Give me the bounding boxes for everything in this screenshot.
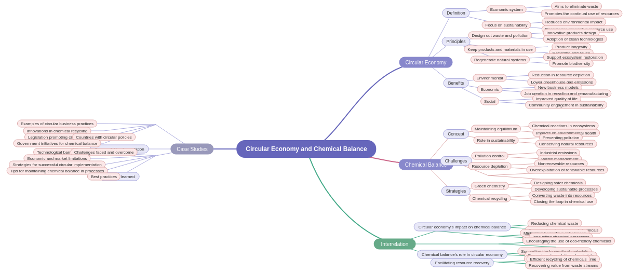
reduces-environmental-impact: Reduces environmental impact <box>542 18 606 26</box>
promotes-continual-use: Promotes the continual use of resources <box>541 10 622 18</box>
svg-line-67 <box>104 156 156 165</box>
promote-biodiversity: Promote biodiversity <box>549 60 594 67</box>
role-sustainability-label: Role in sustainability <box>474 137 519 144</box>
svg-line-65 <box>104 156 156 158</box>
interrelation-node[interactable]: Interrelation <box>374 239 416 250</box>
benefits-label: Benefits <box>444 78 469 88</box>
reduction-resource: Reduction in resource depletion <box>528 71 594 79</box>
chemical-reactions: Chemical reactions in ecosystems <box>529 122 599 130</box>
svg-line-54 <box>104 125 156 131</box>
svg-line-76 <box>436 231 499 236</box>
circular-economy-node[interactable]: Circular Economy <box>399 57 453 68</box>
regenerate-natural-label: Regenerate natural systems <box>471 56 530 64</box>
adoption-clean-tech: Adoption of clean technologies <box>543 35 607 43</box>
strategies-label: Strategies <box>441 186 471 196</box>
community-engagement: Community engagement in sustainability <box>525 101 607 109</box>
maintaining-equilibrium-label: Maintaining equilibrium <box>471 125 521 133</box>
focus-sustainability-label: Focus on sustainability <box>482 21 531 29</box>
encouraging-ecofriendly: Encouraging the use of eco-friendly chem… <box>522 237 615 245</box>
environmental-label: Environmental <box>473 74 506 82</box>
case-studies-node[interactable]: Case Studies <box>170 144 213 155</box>
pollution-control-label: Pollution control <box>472 152 508 160</box>
svg-line-52 <box>104 124 156 125</box>
keep-products-label: Keep products and materials in use <box>464 46 536 53</box>
facilitating-resource-recovery: Facilitating resource recovery <box>431 259 494 267</box>
chemical-recycling-label: Chemical recycling <box>468 195 511 202</box>
economic-label: Economic <box>477 86 502 93</box>
recovering-waste-streams: Recovering value from waste streams <box>525 262 602 269</box>
closing-loop: Closing the loop in chemical use <box>530 198 597 206</box>
social-label: Social <box>480 98 499 105</box>
concept-label: Concept <box>443 129 469 139</box>
green-chemistry-label: Green chemistry <box>471 182 509 190</box>
conserving-natural: Conserving natural resources <box>535 140 597 148</box>
government-initiatives: Government initiatives for chemical bala… <box>14 140 101 147</box>
main-node[interactable]: Circular Economy and Chemical Balance <box>236 140 376 158</box>
chemical-role-circular: Chemical balance's role in circular econ… <box>417 250 507 259</box>
principles-label: Principles <box>442 37 471 46</box>
overexploitation: Overexploitation of renewable resources <box>526 166 608 174</box>
challenges-label: Challenges <box>440 156 472 166</box>
circular-impact-chemical: Circular economy's impact on chemical ba… <box>414 223 511 232</box>
economic-system-label: Economic system <box>487 6 527 13</box>
svg-line-69 <box>104 156 156 171</box>
design-waste-label: Design out waste and pollution <box>468 32 532 39</box>
best-practices: Best practices <box>87 173 120 181</box>
definition-label: Definition <box>442 8 469 18</box>
resource-depletion-label: Resource depletion <box>468 162 512 170</box>
aims-eliminate-waste: Aims to eliminate waste <box>551 3 602 10</box>
examples-circular: Examples of circular business practices <box>17 120 97 128</box>
